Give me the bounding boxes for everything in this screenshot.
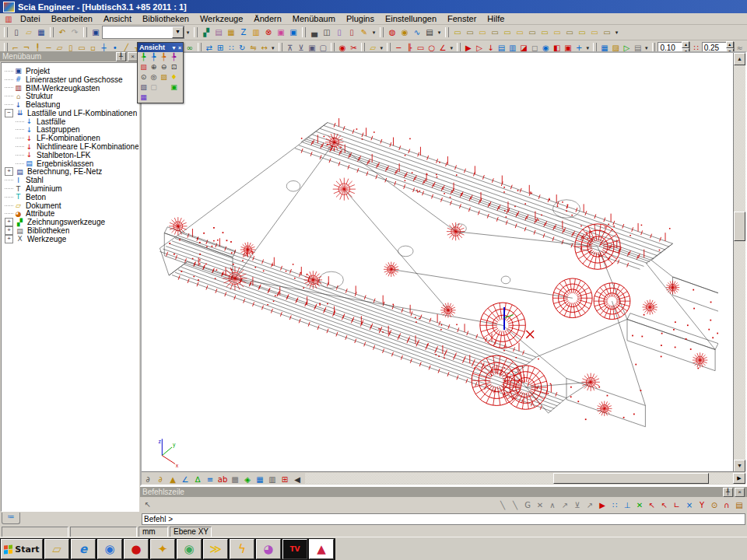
close-icon[interactable]: × <box>735 488 745 497</box>
snap-line2-icon[interactable]: ╲ <box>509 499 521 511</box>
close-icon[interactable]: × <box>178 45 181 51</box>
scia-app-icon[interactable]: ▲ <box>309 539 334 559</box>
combo-dropdown-icon[interactable]: ▼ <box>172 26 184 38</box>
tree-item-ergebnisklassen[interactable]: ▤Ergebnisklassen <box>2 159 139 168</box>
snap-ortho-icon[interactable]: ↗ <box>584 499 596 511</box>
name-display-icon[interactable]: ≡ <box>204 474 216 485</box>
chevron-down-icon[interactable]: ▾ <box>370 30 377 36</box>
chevron-down-icon[interactable]: ▾ <box>184 30 191 36</box>
paint-app-icon[interactable]: ◕ <box>256 539 281 559</box>
supports-display-icon[interactable]: ▭ <box>551 26 563 38</box>
menu-ansicht[interactable]: Ansicht <box>98 14 137 23</box>
edit-page-icon[interactable]: ✎ <box>358 26 370 38</box>
selection-cursor-icon[interactable]: ↖ <box>142 499 154 510</box>
project-window-icon[interactable]: ▣ <box>89 26 102 38</box>
horizontal-scrollbar[interactable] <box>305 473 733 484</box>
expand-icon[interactable]: + <box>5 167 13 176</box>
render-window-icon[interactable]: ▣ <box>169 82 179 93</box>
tree-item-projekt[interactable]: ▣Projekt <box>2 67 139 75</box>
print-preview-icon[interactable]: ◫ <box>321 26 333 38</box>
snap-line1-icon[interactable]: ╲ <box>496 499 509 511</box>
snap-mid-icon[interactable]: ⊻ <box>571 499 584 511</box>
snap-vertex-icon[interactable]: ∧ <box>546 499 559 511</box>
wintv-icon[interactable]: TV <box>282 539 307 559</box>
pin-icon[interactable]: ╀ <box>723 488 733 497</box>
spin-up-icon[interactable]: ▲ <box>726 41 734 48</box>
menu-menbaum[interactable]: Menübaum <box>287 14 341 23</box>
redo-icon[interactable]: ↷ <box>68 26 81 38</box>
child-window-icon[interactable]: ▥ <box>2 15 15 23</box>
render-mode-icon[interactable]: ▩ <box>229 474 241 485</box>
labels-view-icon[interactable]: ▭ <box>526 26 538 38</box>
snap-endpoint-icon[interactable]: ↖ <box>646 499 658 511</box>
snap-edge-icon[interactable]: ↗ <box>559 499 571 511</box>
scroll-left-icon[interactable]: ◀ <box>291 474 303 485</box>
menu-einstellungen[interactable]: Einstellungen <box>380 14 442 23</box>
calculator-icon[interactable]: ◍ <box>386 26 398 38</box>
save-icon[interactable]: ▦ <box>35 26 47 38</box>
snap-perp-icon[interactable]: ∟ <box>671 499 683 511</box>
collapse-icon[interactable]: − <box>5 109 13 117</box>
menu-plugins[interactable]: Plugins <box>341 14 380 23</box>
undo-icon[interactable]: ↶ <box>56 26 68 38</box>
scroll-up-icon[interactable]: ▲ <box>734 53 745 65</box>
tree-item-stahlbeton-lfk[interactable]: ↓Stahlbeton-LFK <box>2 151 139 159</box>
bim-toolbox-icon[interactable]: ▞ <box>200 26 212 38</box>
tree-item-berechnung-fe-netz[interactable]: +▤Berechnung, FE-Netz <box>2 168 139 177</box>
tree-item-belastung[interactable]: ↓Belastung <box>2 100 139 109</box>
model-data-display-icon[interactable]: ▭ <box>563 26 576 38</box>
delete-icon[interactable]: ⊗ <box>262 26 275 38</box>
vertical-scroll-thumb[interactable] <box>734 212 745 241</box>
ucs-display-icon[interactable]: ∆ <box>191 474 204 485</box>
chevron-down-icon[interactable]: ▾ <box>584 45 591 51</box>
coordinate-icon[interactable]: Z <box>237 26 250 38</box>
loads-display-icon[interactable]: ▭ <box>538 26 551 38</box>
vertical-scroll-track[interactable] <box>734 65 745 460</box>
print-icon[interactable]: ▄ <box>308 26 321 38</box>
snap-off-icon[interactable]: ✕ <box>534 499 546 511</box>
tree-item-bim-werkzeugkasten[interactable]: ▥BIM-Werkzeugkasten <box>2 84 139 93</box>
tree-item-nichtlineare-lf-kombinationen[interactable]: ↓Nichtlineare LF-Kombinationen <box>2 142 139 151</box>
axes-display-icon[interactable]: ∠ <box>179 474 191 485</box>
surface-view-icon[interactable]: ▭ <box>501 26 514 38</box>
toolbar-grip[interactable] <box>380 27 384 37</box>
tree-item-struktur[interactable]: ⌂Struktur <box>2 92 139 100</box>
snap-center-icon[interactable]: ⊙ <box>708 499 721 511</box>
hidden-lines-icon[interactable]: ▭ <box>489 26 501 38</box>
render-options-icon[interactable]: ▭ <box>601 26 613 38</box>
volumes-view-icon[interactable]: ▭ <box>514 26 526 38</box>
menu-tree-tab[interactable]: ≔ <box>2 513 20 524</box>
winamp-icon[interactable]: ϟ <box>230 539 254 559</box>
cursor-snap-icon[interactable]: ▶ <box>596 499 608 511</box>
filter-lamp-icon[interactable]: ▲ <box>167 474 179 485</box>
toolbar-grip[interactable] <box>50 27 54 37</box>
menu-ndern[interactable]: Ändern <box>248 14 286 23</box>
chevron-down-icon[interactable]: ▾ <box>270 45 276 51</box>
chevron-down-icon[interactable]: ▾ <box>378 45 384 51</box>
tree-item-beton[interactable]: TBeton <box>2 193 139 201</box>
tree-item-lastf-lle[interactable]: ↓Lastfälle <box>2 117 139 126</box>
model-data-icon[interactable]: ▦ <box>254 474 266 485</box>
menu-hilfe[interactable]: Hilfe <box>482 14 510 23</box>
layers-icon[interactable]: ▤ <box>212 26 225 38</box>
results-display-icon[interactable]: ▥ <box>266 474 279 485</box>
wire-render-icon[interactable]: ▦ <box>139 93 149 103</box>
snap-table-icon[interactable]: ▤ <box>733 499 745 511</box>
tree-item-dokument[interactable]: ▱Dokument <box>2 201 139 210</box>
snap-arc2-icon[interactable]: ∩ <box>721 499 733 511</box>
gallery-icon[interactable]: ▣ <box>275 26 287 38</box>
menu-werkzeuge[interactable]: Werkzeuge <box>195 14 248 23</box>
expand-icon[interactable]: + <box>5 218 13 226</box>
horizontal-scroll-thumb[interactable] <box>553 473 709 484</box>
shrink-icon[interactable]: ◈ <box>241 474 254 485</box>
tree-item-werkzeuge[interactable]: +XWerkzeuge <box>2 235 139 243</box>
chevron-down-icon[interactable]: ▾ <box>448 45 454 51</box>
command-input[interactable] <box>142 513 745 525</box>
snap-intersect-icon[interactable]: × <box>683 499 696 511</box>
chrome-icon[interactable]: ◉ <box>177 539 202 559</box>
tree-item-lf-kombinationen[interactable]: ↓LF-Kombinationen <box>2 134 139 142</box>
toolbar-grip[interactable] <box>445 27 449 37</box>
shading-icon[interactable]: ▭ <box>464 26 476 38</box>
new-document-icon[interactable]: ▯ <box>10 26 23 38</box>
chevron-down-icon[interactable]: ▾ <box>613 30 620 36</box>
